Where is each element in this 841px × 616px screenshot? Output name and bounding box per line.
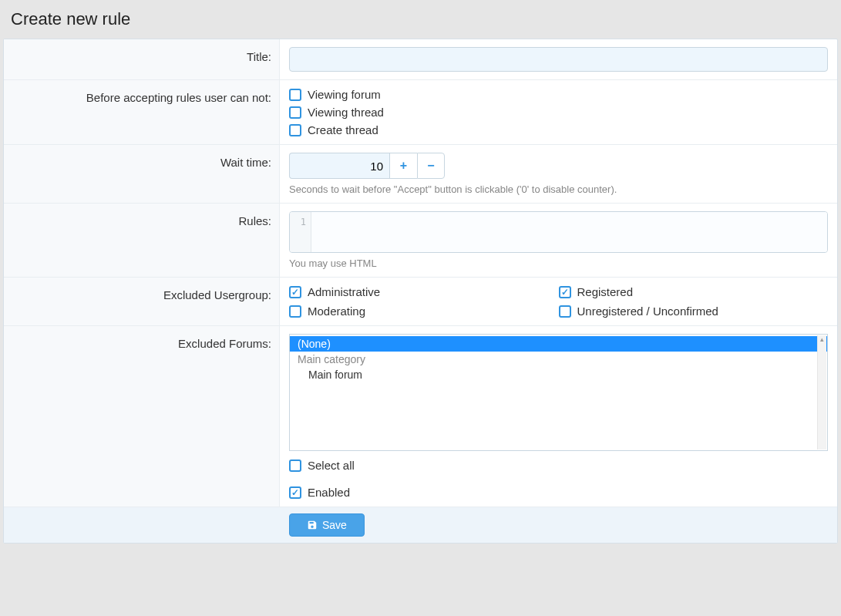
editor-gutter: 1 [290,212,311,252]
usergroup-grid: Administrative Registered Moderating Unr… [289,285,828,318]
option-label: Create thread [308,123,378,136]
option-label: Enabled [308,486,350,499]
wait-time-stepper: + − [289,153,445,179]
wait-time-input[interactable] [289,153,389,179]
rules-help: You may use HTML [289,258,828,269]
row-excluded-forums: Excluded Forums: (None) Main category Ma… [4,326,837,507]
select-all-forums[interactable]: Select all [289,459,828,472]
enabled-toggle[interactable]: Enabled [289,472,828,499]
option-label: Unregistered / Unconfirmed [577,305,718,318]
option-label: Administrative [308,285,380,298]
prevent-options-list: Viewing forum Viewing thread Create thre… [289,88,828,136]
listbox-option-main-forum[interactable]: Main forum [290,367,827,382]
plus-icon: + [400,159,407,173]
option-label: Moderating [308,305,365,318]
row-title: Title: [4,39,837,80]
checkbox-icon[interactable] [289,106,301,119]
wait-time-decrement[interactable]: − [417,153,445,179]
listbox-scrollbar[interactable] [817,335,826,449]
wait-time-help: Seconds to wait before "Accept" button i… [289,183,828,195]
checkbox-icon[interactable] [559,305,571,318]
checkbox-icon[interactable] [289,124,301,136]
label-rules: Rules: [4,204,280,277]
checkbox-icon[interactable] [289,89,301,101]
prevent-option-create-thread[interactable]: Create thread [289,123,828,136]
option-label: Select all [308,459,355,472]
row-excluded-usergroup: Excluded Usergroup: Administrative Regis… [4,278,837,326]
usergroup-administrative[interactable]: Administrative [289,285,559,298]
checkbox-icon[interactable] [289,459,301,472]
wait-time-increment[interactable]: + [389,153,417,179]
label-title: Title: [4,39,280,79]
form-panel: Title: Before accepting rules user can n… [3,39,838,544]
option-label: Viewing forum [308,88,381,101]
usergroup-unregistered[interactable]: Unregistered / Unconfirmed [559,305,829,318]
usergroup-registered[interactable]: Registered [559,285,829,298]
usergroup-moderating[interactable]: Moderating [289,305,559,318]
title-input[interactable] [289,47,828,72]
excluded-forums-listbox[interactable]: (None) Main category Main forum [289,334,828,451]
label-excluded-usergroup: Excluded Usergroup: [4,278,280,325]
checkbox-icon[interactable] [289,286,301,298]
editor-body[interactable] [311,212,827,252]
prevent-option-viewing-forum[interactable]: Viewing forum [289,88,828,101]
minus-icon: − [427,159,434,173]
save-button[interactable]: Save [289,513,365,537]
label-excluded-forums: Excluded Forums: [4,326,280,507]
prevent-option-viewing-thread[interactable]: Viewing thread [289,106,828,119]
checkbox-icon[interactable] [559,286,571,298]
page-title: Create new rule [3,0,838,39]
label-before-accepting: Before accepting rules user can not: [4,80,280,144]
option-label: Viewing thread [308,106,384,119]
save-icon [307,520,318,530]
form-footer: Save [4,507,837,543]
option-label: Registered [577,285,634,298]
checkbox-icon[interactable] [289,486,301,499]
save-label: Save [322,519,347,531]
checkbox-icon[interactable] [289,305,301,318]
row-before-accepting: Before accepting rules user can not: Vie… [4,80,837,145]
row-wait-time: Wait time: + − Seconds to wait before "A… [4,145,837,204]
row-rules: Rules: 1 You may use HTML [4,204,837,278]
rules-editor[interactable]: 1 [289,211,828,253]
listbox-option-none[interactable]: (None) [290,336,827,352]
label-wait-time: Wait time: [4,145,280,203]
listbox-optgroup-main-category: Main category [290,352,827,367]
